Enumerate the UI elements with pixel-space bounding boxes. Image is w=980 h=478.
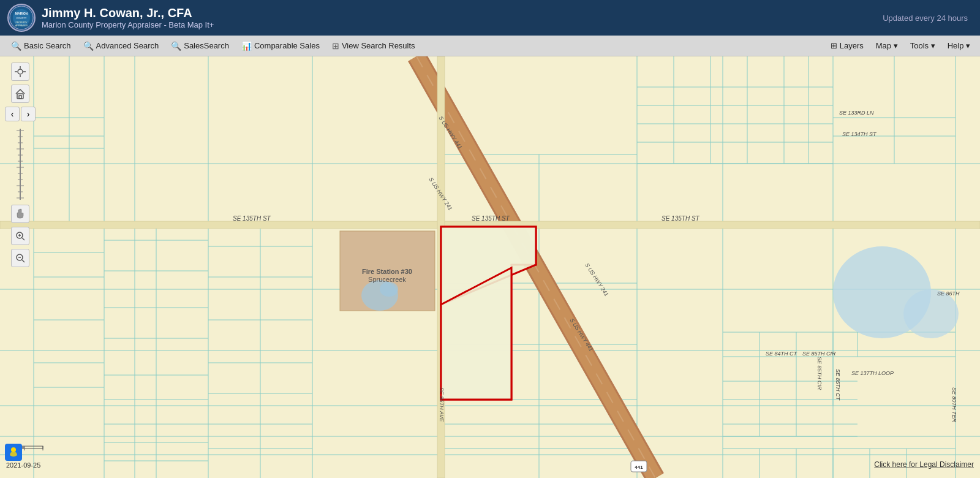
- nav-basic-search[interactable]: 🔍 Basic Search: [5, 36, 77, 56]
- nav-layers-label: Layers: [840, 41, 864, 50]
- legal-disclaimer[interactable]: Click here for Legal Disclaimer: [874, 460, 974, 469]
- nav-tools-label: Tools ▾: [910, 41, 935, 50]
- app-name: Jimmy H. Cowan, Jr., CFA: [42, 6, 214, 20]
- svg-text:SE 135TH ST: SE 135TH ST: [472, 215, 510, 222]
- next-btn[interactable]: ›: [21, 107, 36, 121]
- svg-text:SE 86TH: SE 86TH: [937, 290, 960, 297]
- app-logo: MARION COUNTY PROPERTY APPRAISER: [7, 4, 36, 32]
- svg-text:SE 134TH ST: SE 134TH ST: [842, 131, 877, 137]
- nav-help[interactable]: Help ▾: [943, 36, 975, 56]
- svg-text:SE 135TH ST: SE 135TH ST: [662, 215, 700, 222]
- svg-text:SE 84TH CT: SE 84TH CT: [766, 351, 798, 357]
- svg-line-149: [22, 260, 24, 262]
- svg-text:MARION: MARION: [15, 12, 28, 15]
- update-notice: Updated every 24 hours: [883, 13, 968, 23]
- svg-text:SE 135TH ST: SE 135TH ST: [233, 215, 271, 222]
- search-icon-3: 🔍: [171, 41, 181, 51]
- svg-text:SE 85TH CIR: SE 85TH CIR: [802, 351, 836, 357]
- svg-text:441: 441: [635, 465, 643, 470]
- svg-text:SE 133RD LN: SE 133RD LN: [839, 110, 874, 116]
- svg-text:SE 85TH CIR: SE 85TH CIR: [816, 357, 823, 390]
- nav-right: ⊞ Layers Map ▾ Tools ▾ Help ▾: [826, 36, 975, 56]
- nav-map-label: Map ▾: [876, 41, 898, 50]
- nav-help-label: Help ▾: [948, 41, 970, 50]
- grid-icon: ⊞: [332, 41, 339, 51]
- nav-map[interactable]: Map ▾: [871, 36, 903, 56]
- svg-point-103: [903, 289, 959, 338]
- navbar: 🔍 Basic Search 🔍 Advanced Search 🔍 Sales…: [0, 36, 980, 56]
- nav-advanced-search[interactable]: 🔍 Advanced Search: [77, 36, 165, 56]
- zoom-out-tool[interactable]: [11, 249, 29, 267]
- chart-icon: 📊: [241, 41, 252, 51]
- svg-rect-130: [19, 96, 21, 99]
- search-icon: 🔍: [11, 41, 21, 51]
- svg-text:SE 80TH TER: SE 80TH TER: [951, 387, 957, 423]
- hand-tool[interactable]: [11, 205, 29, 223]
- svg-text:SE 86TH AVE: SE 86TH AVE: [439, 387, 445, 422]
- nav-comparable-sales[interactable]: 📊 Comparable Sales: [235, 36, 326, 56]
- svg-point-156: [11, 447, 16, 452]
- nav-view-results[interactable]: ⊞ View Search Results: [326, 36, 421, 56]
- svg-text:APPRAISER: APPRAISER: [15, 25, 28, 27]
- crosshair-tool[interactable]: [11, 63, 29, 81]
- nav-basic-search-label: Basic Search: [24, 41, 71, 50]
- zoom-scale: [14, 127, 26, 201]
- svg-text:PROPERTY: PROPERTY: [15, 21, 28, 24]
- street-view-icon[interactable]: [5, 444, 22, 461]
- svg-text:Fire Station #30: Fire Station #30: [362, 268, 412, 275]
- nav-tools[interactable]: Tools ▾: [905, 36, 940, 56]
- nav-comparable-sales-label: Comparable Sales: [254, 41, 320, 50]
- svg-text:COUNTY: COUNTY: [17, 17, 27, 20]
- nav-sales-search-label: SalesSearch: [184, 41, 229, 50]
- app-subtitle: Marion County Property Appraiser - Beta …: [42, 20, 214, 29]
- svg-line-145: [22, 238, 24, 240]
- date-label: 2021-09-25: [6, 461, 40, 469]
- svg-text:SE 137TH LOOP: SE 137TH LOOP: [851, 370, 894, 376]
- svg-text:Sprucecreek: Sprucecreek: [368, 276, 406, 283]
- nav-advanced-search-label: Advanced Search: [96, 41, 159, 50]
- nav-arrows: ‹ ›: [5, 107, 36, 121]
- svg-point-91: [380, 282, 398, 297]
- map-svg: Fire Station #30 Sprucecreek SE 135TH ST…: [0, 56, 980, 478]
- svg-point-124: [18, 69, 23, 74]
- zoom-in-tool[interactable]: [11, 227, 29, 245]
- svg-text:SE 85TH CT: SE 85TH CT: [835, 369, 841, 401]
- svg-rect-129: [17, 94, 23, 99]
- header: MARION COUNTY PROPERTY APPRAISER Jimmy H…: [0, 0, 980, 36]
- nav-view-results-label: View Search Results: [342, 41, 415, 50]
- prev-btn[interactable]: ‹: [5, 107, 20, 121]
- header-title: Jimmy H. Cowan, Jr., CFA Marion County P…: [42, 6, 214, 29]
- search-icon-2: 🔍: [83, 41, 94, 51]
- layers-icon: ⊞: [831, 41, 837, 50]
- left-toolbar: ‹ ›: [5, 63, 36, 267]
- nav-sales-search[interactable]: 🔍 SalesSearch: [165, 36, 235, 56]
- map-container[interactable]: Fire Station #30 Sprucecreek SE 135TH ST…: [0, 56, 980, 478]
- nav-layers[interactable]: ⊞ Layers: [826, 36, 869, 56]
- home-tool[interactable]: [11, 85, 29, 103]
